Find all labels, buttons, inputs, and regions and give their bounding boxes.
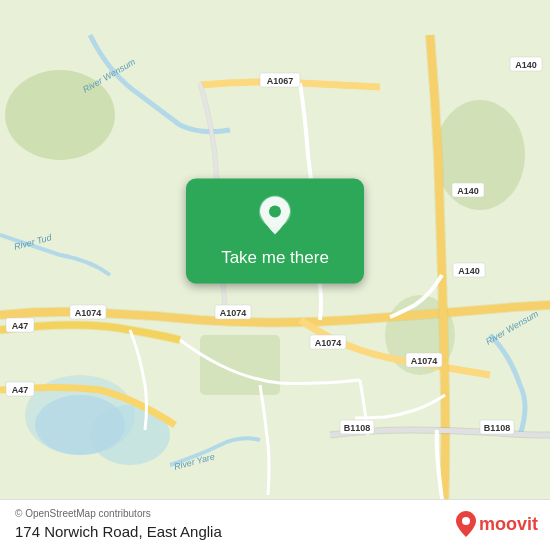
take-me-there-label: Take me there xyxy=(221,248,329,268)
svg-text:A1074: A1074 xyxy=(220,308,247,318)
moovit-pin-icon xyxy=(455,510,477,538)
svg-point-38 xyxy=(462,517,470,525)
svg-rect-4 xyxy=(200,335,280,395)
svg-point-7 xyxy=(35,395,125,455)
svg-point-37 xyxy=(269,206,281,218)
take-me-there-button[interactable]: Take me there xyxy=(186,179,364,284)
svg-text:A1074: A1074 xyxy=(315,338,342,348)
map-container: A1067 A140 A140 A140 A1074 A1074 A1074 A… xyxy=(0,0,550,550)
svg-text:A140: A140 xyxy=(457,186,479,196)
svg-text:B1108: B1108 xyxy=(484,423,511,433)
svg-text:A47: A47 xyxy=(12,321,29,331)
svg-text:A1067: A1067 xyxy=(267,76,294,86)
svg-text:A47: A47 xyxy=(12,385,29,395)
moovit-text: moovit xyxy=(479,514,538,535)
svg-text:A140: A140 xyxy=(515,60,537,70)
svg-text:B1108: B1108 xyxy=(344,423,371,433)
svg-text:A140: A140 xyxy=(458,266,480,276)
moovit-logo: moovit xyxy=(455,510,538,538)
svg-text:A1074: A1074 xyxy=(411,356,438,366)
svg-text:A1074: A1074 xyxy=(75,308,102,318)
location-pin-icon xyxy=(256,195,294,240)
